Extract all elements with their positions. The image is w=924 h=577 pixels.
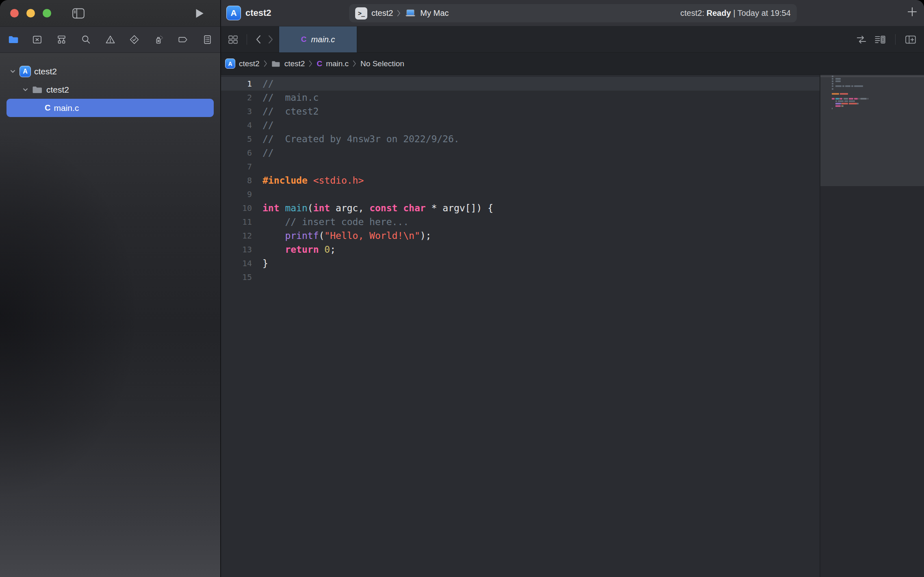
run-destination: My Mac [420,9,449,18]
line-number: 2 [221,93,252,102]
code-line-15[interactable]: 15 [221,270,820,284]
scheme-selector[interactable]: >_ ctest2 [355,7,449,20]
warning-triangle-icon [105,34,116,45]
source-control-navigator-tab[interactable] [30,32,45,48]
add-editor-button[interactable] [904,34,917,45]
find-navigator-tab[interactable] [78,32,93,48]
code-line-7[interactable]: 7 [221,160,820,174]
zoom-button[interactable] [43,9,51,17]
breadcrumb-label: ctest2 [284,59,305,68]
breadcrumb-item-No-Selection[interactable]: No Selection [360,59,404,68]
code-review-button[interactable] [855,35,868,45]
issues-navigator-tab[interactable] [102,32,118,48]
code-line-1[interactable]: 1// [221,77,820,91]
code-text: // [252,78,274,89]
terminal-glyph: >_ [358,10,364,17]
window-title: ctest2 [245,8,271,18]
breadcrumb-label: ctest2 [239,59,260,68]
code-line-9[interactable]: 9 [221,187,820,201]
back-button[interactable] [255,34,262,45]
forward-button[interactable] [267,34,274,45]
close-button[interactable] [10,9,19,17]
navigator-sidebar: Actest2ctest2Cmain.c [0,0,220,577]
terminal-icon: >_ [355,7,367,20]
jump-bar: Actest2ctest2Cmain.cNo Selection [221,53,924,75]
code-text: printf("Hello, World!\n"); [252,230,431,241]
library-add-button[interactable] [907,7,917,17]
project-navigator-tab[interactable] [5,32,21,48]
code-line-11[interactable]: 11 // insert code here... [221,215,820,229]
minimap-viewport [820,75,924,186]
toggle-sidebar-button[interactable] [72,8,85,19]
tree-row-main-c[interactable]: Cmain.c [7,99,214,117]
code-line-12[interactable]: 12 printf("Hello, World!\n"); [221,229,820,243]
line-number: 6 [221,148,252,158]
tree-row-ctest2[interactable]: ctest2 [7,80,214,99]
code-editor[interactable]: 1//2// main.c3// ctest24//5// Created by… [221,75,820,577]
plus-icon [907,7,917,17]
diamond-check-icon [129,34,140,45]
code-line-6[interactable]: 6// [221,146,820,160]
code-text: int main(int argc, const char * argv[]) … [252,203,493,213]
tests-navigator-tab[interactable] [127,32,142,48]
code-text: // ctest2 [252,106,319,117]
status-state: Ready [707,9,731,17]
run-button[interactable] [195,9,204,18]
breadcrumb-item-ctest2[interactable]: ctest2 [271,59,305,68]
project-tree: Actest2ctest2Cmain.c [0,53,220,577]
spray-bottle-icon [153,34,164,45]
line-number: 10 [221,203,252,213]
minimap-current-line [820,76,924,77]
report-list-icon [202,34,213,45]
breadcrumb-chevron-icon [353,60,356,67]
minimap[interactable] [820,75,924,577]
code-line-5[interactable]: 5// Created by 4nsw3r on 2022/9/26. [221,132,820,146]
disclosure-chevron-icon[interactable] [8,68,17,74]
reports-navigator-tab[interactable] [200,32,215,48]
debug-navigator-tab[interactable] [151,32,167,48]
tab-label: main.c [311,35,335,44]
code-line-2[interactable]: 2// main.c [221,91,820,104]
grid-icon [228,34,239,45]
divider [895,34,896,45]
divider [247,34,247,45]
code-text: return 0; [252,244,336,255]
status-project: ctest2: [680,9,706,17]
line-number: 15 [221,272,252,282]
code-line-13[interactable]: 13 return 0; [221,243,820,256]
tab-overview-button[interactable] [228,34,239,45]
line-number: 4 [221,120,252,130]
tree-row-ctest2[interactable]: Actest2 [7,62,214,80]
tree-row-label: ctest2 [46,85,69,95]
source-control-icon [32,34,43,45]
breadcrumb-label: No Selection [360,59,404,68]
line-number: 9 [221,189,252,199]
line-number: 11 [221,217,252,227]
code-line-10[interactable]: 10int main(int argc, const char * argv[]… [221,201,820,215]
breadcrumb-chevron-icon [264,60,267,67]
symbols-navigator-tab[interactable] [54,32,69,48]
disclosure-chevron-icon[interactable] [21,87,30,93]
code-line-4[interactable]: 4// [221,118,820,132]
minimize-button[interactable] [26,9,35,17]
search-icon [80,34,91,45]
tree-row-label: ctest2 [34,67,57,76]
line-number: 14 [221,258,252,268]
breadcrumb-item-ctest2[interactable]: Actest2 [225,59,260,69]
breakpoints-navigator-tab[interactable] [175,32,191,48]
folder-icon [271,60,281,67]
code-line-8[interactable]: 8#include <stdio.h> [221,174,820,187]
code-text: // main.c [252,92,319,103]
breadcrumb-item-main-c[interactable]: Cmain.c [317,59,349,68]
activity-status: ctest2: Ready | Today at 19:54 [680,9,791,18]
tab-main-c[interactable]: C main.c [279,26,357,52]
code-line-3[interactable]: 3// ctest2 [221,104,820,118]
line-number: 5 [221,134,252,144]
line-number: 1 [221,79,252,89]
scheme-name: ctest2 [371,9,393,18]
editor-options-button[interactable] [874,34,886,45]
xcode-window: Actest2ctest2Cmain.c A ctest2 >_ ctest2 [0,0,924,577]
app-project-icon: A [20,66,31,77]
folder-icon [8,34,19,45]
code-line-14[interactable]: 14} [221,256,820,270]
